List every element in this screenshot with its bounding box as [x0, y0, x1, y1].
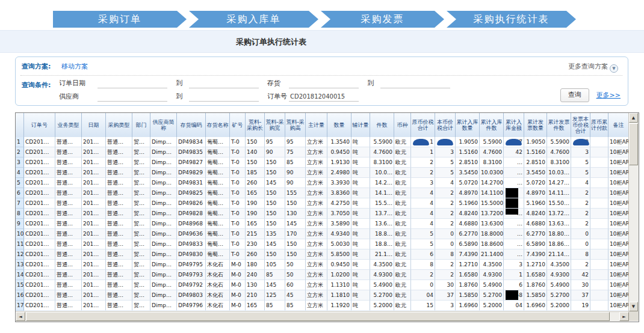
column-header[interactable]: 辅计量 [351, 113, 370, 137]
table-row[interactable]: 6CD201…普通…201…普通…贸…Dimp…DP49825葡萄…T-0165… [16, 188, 629, 198]
input-inventory-to[interactable] [380, 79, 450, 88]
cell: 201… [82, 229, 106, 239]
column-header[interactable]: 累计发票件数 [547, 113, 571, 137]
cell: 0 [435, 229, 456, 239]
column-header[interactable]: 日期 [82, 113, 106, 137]
cell: 95 [265, 137, 285, 147]
cell: 10柜AR/B [608, 188, 629, 198]
column-header[interactable]: 累计入库数量 [456, 113, 480, 137]
column-header[interactable]: 业务类型 [55, 113, 82, 137]
input-supplier-from[interactable] [98, 93, 167, 102]
table-row[interactable]: 13CD201…普通…201…普通…贸…Dimp…DP49795木化石M-018… [16, 260, 629, 270]
table-row[interactable]: 10CD201…普通…201…普通…贸…Dimp…DP49636葡萄…T-021… [16, 229, 629, 239]
vertical-scroll-thumb[interactable] [629, 123, 638, 165]
row-number: 13 [16, 260, 24, 270]
cell: 5.2700 [370, 290, 394, 301]
column-header[interactable]: 荒料-采购高 [285, 113, 306, 137]
input-order-no[interactable] [289, 93, 359, 102]
breadcrumb-step-1[interactable]: 采购订单 [53, 11, 187, 28]
table-row[interactable]: 3CD201…普通…201…普通…贸…Dimp…DP49827葡萄…T-0150… [16, 157, 629, 168]
column-header[interactable]: 原币累计付款 [590, 113, 608, 137]
table-row[interactable]: 9CD201…普通…201…普通…贸…Dimp…DP48968葡萄…T-0165… [16, 219, 629, 229]
cell: 42 [571, 270, 590, 280]
breadcrumb-step-3[interactable]: 采购发票 [321, 11, 444, 28]
column-header[interactable]: 币种 [394, 113, 411, 137]
cell: 立方米 [306, 188, 327, 198]
scroll-up-icon[interactable]: ▲ [629, 113, 638, 123]
breadcrumb-step-2[interactable]: 采购入库单 [189, 11, 318, 28]
column-header[interactable]: 发票本币价税合计 [571, 113, 590, 137]
chevron-down-icon[interactable]: ▼ [610, 64, 618, 73]
column-header[interactable]: 矿号 [230, 113, 246, 137]
cell: 2 [435, 260, 456, 270]
table-row[interactable]: 8CD201…普通…201…普通…贸…Dimp…DP49828葡萄…T-0190… [16, 209, 629, 219]
column-header[interactable]: 累计入库金额 [504, 113, 524, 137]
breadcrumb-step-4[interactable]: 采购执行统计表 [447, 11, 576, 28]
cell: 贸… [132, 290, 150, 301]
cell: 10柜AR/B [608, 198, 629, 209]
table-row[interactable]: 4CD201…普通…201…普通…贸…Dimp…DP49829葡萄…T-0185… [16, 168, 629, 178]
table-row[interactable]: 7CD201…普通…201…普通…贸…Dimp…DP49826葡萄…T-0190… [16, 198, 629, 209]
more-conditions-link[interactable]: 更多>> [596, 91, 621, 100]
column-header[interactable]: 本币价税合计 [435, 113, 456, 137]
row-number: 2 [16, 147, 24, 157]
column-header[interactable]: 累计入库件数 [480, 113, 504, 137]
table-row[interactable]: 15CD201…普通…201…普通…贸…Dimp…DP49792木化石M-013… [16, 280, 629, 290]
cell: CD201… [24, 157, 55, 168]
cell: 4 [411, 198, 435, 209]
cell: CD201… [24, 280, 55, 290]
search-button[interactable]: 查询 [560, 88, 589, 102]
row-number: 3 [16, 157, 24, 168]
table-row[interactable]: 17CD201…普通…201…普通…贸…Dimp…DP49796木化石M-016… [16, 301, 629, 311]
cell: 10柜AR/B [608, 290, 629, 301]
table-row[interactable]: 16CD201…普通…201…普通…贸…Dimp…DP49803木化石M-021… [16, 290, 629, 301]
table-row[interactable]: 12CD201…普通…201…普通…贸…Dimp…DP49830葡萄…T-026… [16, 249, 629, 260]
table-row[interactable]: 14CD201…普通…201…普通…贸…Dimp…DP49793木化石M-024… [16, 270, 629, 280]
column-header[interactable]: 主计量 [306, 113, 327, 137]
vertical-scrollbar[interactable]: ▲ ▼ [628, 113, 639, 311]
scroll-right-icon[interactable]: ► [619, 312, 629, 321]
table-row[interactable]: 5CD201…普通…201…普通…贸…Dimp…DP49831葡萄…T-0260… [16, 178, 629, 188]
horizontal-scrollbar[interactable]: ◄ ► [16, 311, 629, 322]
scroll-down-icon[interactable]: ▼ [629, 302, 638, 311]
cell: 吨 [351, 198, 370, 209]
column-header[interactable]: 数量 [327, 113, 351, 137]
scroll-left-icon[interactable]: ◄ [16, 312, 25, 321]
cell: 165 [246, 301, 265, 311]
cell: 普通… [55, 239, 82, 249]
cell: DP49831 [177, 178, 206, 188]
column-header[interactable]: 存货名称 [206, 113, 230, 137]
cell: 201… [82, 270, 106, 280]
more-schemes-link[interactable]: 更多查询方案▼ [568, 62, 618, 73]
table-row[interactable]: 11CD201…普通…201…普通…贸…Dimp…DP49833葡萄…T-023… [16, 239, 629, 249]
column-header[interactable]: 备注 [608, 113, 629, 137]
cell: 190 [246, 198, 265, 209]
column-header[interactable]: 存货编码 [177, 113, 206, 137]
cell [590, 270, 608, 280]
column-header[interactable]: 供应商简称 [150, 113, 177, 137]
table-row[interactable]: 1CD201…普通…201…普通…贸…Dimp…DP49834葡萄…T-0150… [16, 137, 629, 147]
input-inventory-from[interactable] [289, 79, 359, 88]
cell: 14.1100 [480, 188, 504, 198]
column-header[interactable]: 原币价税合计 [411, 113, 435, 137]
scheme-value-link[interactable]: 移动方案 [61, 63, 88, 70]
column-header[interactable]: 部门 [132, 113, 150, 137]
column-header[interactable]: 荒料-采购宽 [265, 113, 285, 137]
column-header[interactable]: 荒料-采购长 [246, 113, 265, 137]
column-header[interactable]: 采购类型 [106, 113, 132, 137]
cell: 贸… [132, 229, 150, 239]
input-order-date-from[interactable] [98, 79, 167, 88]
column-header[interactable]: 订单号 [24, 113, 55, 137]
cell: DP49792 [177, 280, 206, 290]
table-row[interactable]: 2CD201…普通…201…普通…贸…Dimp…DP49835葡萄…T-0140… [16, 147, 629, 157]
column-header[interactable]: 件数 [370, 113, 394, 137]
cell: 吨 [351, 301, 370, 311]
horizontal-scroll-thumb[interactable] [26, 312, 610, 321]
input-order-date-to[interactable] [189, 79, 259, 88]
cell: 立方米 [306, 280, 327, 290]
column-header[interactable]: 累计发票数量 [524, 113, 547, 137]
cell: 普通… [106, 270, 132, 280]
cell: 150 [285, 198, 306, 209]
cell: 普通… [106, 290, 132, 301]
input-supplier-to[interactable] [189, 93, 259, 102]
